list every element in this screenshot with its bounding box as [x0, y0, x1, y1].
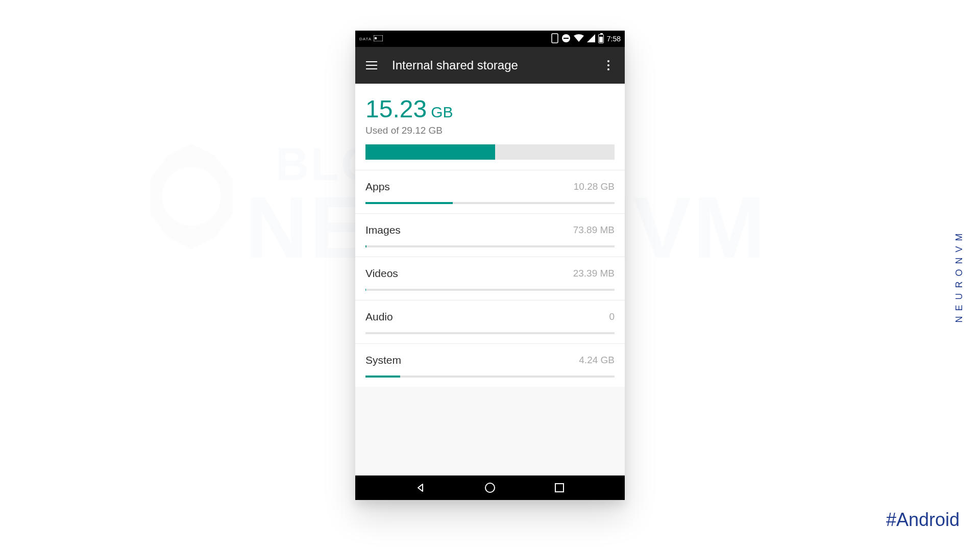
- home-icon: [484, 482, 496, 494]
- category-label: Images: [365, 224, 401, 236]
- category-value: 73.89 MB: [573, 224, 615, 236]
- brand-vertical-label: NEURONVM: [954, 228, 965, 322]
- status-bar: DATA 7:58: [355, 31, 625, 47]
- nav-back-button[interactable]: [408, 475, 433, 500]
- storage-summary: 15.23 GB Used of 29.12 GB: [355, 84, 625, 170]
- content-scroll[interactable]: 15.23 GB Used of 29.12 GB Apps 10.28 GB …: [355, 84, 625, 475]
- category-bar: [365, 332, 615, 334]
- usage-bar: [365, 144, 615, 160]
- category-value: 0: [609, 311, 615, 322]
- status-time: 7:58: [607, 35, 621, 43]
- signal-icon: [587, 34, 595, 44]
- used-caption: Used of 29.12 GB: [365, 125, 615, 136]
- card-icon: [374, 35, 383, 43]
- category-label: Apps: [365, 181, 390, 193]
- app-bar: Internal shared storage: [355, 47, 625, 84]
- wifi-icon: [574, 34, 584, 44]
- svg-rect-5: [564, 38, 569, 39]
- portrait-lock-icon: [551, 33, 558, 45]
- overflow-button[interactable]: [596, 53, 621, 78]
- category-value: 23.39 MB: [573, 268, 615, 279]
- svg-rect-7: [555, 484, 564, 492]
- category-label: Videos: [365, 267, 398, 280]
- recent-icon: [554, 483, 565, 493]
- category-audio[interactable]: Audio 0: [355, 300, 625, 343]
- category-bar: [365, 375, 615, 378]
- used-amount: 15.23 GB: [365, 95, 453, 123]
- back-icon: [415, 482, 426, 493]
- category-bar: [365, 245, 615, 247]
- overflow-dots-icon: [607, 60, 609, 62]
- watermark-logo: [133, 138, 250, 255]
- svg-point-6: [485, 483, 495, 492]
- nav-recent-button[interactable]: [547, 475, 572, 500]
- category-bar: [365, 289, 615, 291]
- battery-icon: [598, 34, 604, 43]
- data-indicator: DATA: [359, 37, 372, 41]
- hashtag-label: #Android: [886, 509, 960, 531]
- category-videos[interactable]: Videos 23.39 MB: [355, 257, 625, 300]
- category-apps[interactable]: Apps 10.28 GB: [355, 170, 625, 213]
- category-label: System: [365, 354, 401, 366]
- used-unit: GB: [431, 104, 453, 121]
- category-label: Audio: [365, 311, 393, 323]
- svg-point-0: [162, 167, 221, 226]
- hamburger-icon: [366, 65, 377, 66]
- nav-home-button[interactable]: [478, 475, 502, 500]
- dnd-icon: [561, 34, 571, 44]
- menu-button[interactable]: [359, 53, 384, 78]
- svg-rect-3: [552, 34, 558, 43]
- nav-bar: [355, 475, 625, 500]
- phone-frame: DATA 7:58 Internal shared: [355, 31, 625, 500]
- category-value: 4.24 GB: [579, 355, 615, 366]
- app-title: Internal shared storage: [392, 58, 596, 72]
- category-value: 10.28 GB: [574, 181, 615, 192]
- category-bar: [365, 202, 615, 204]
- svg-rect-2: [375, 37, 377, 39]
- category-images[interactable]: Images 73.89 MB: [355, 213, 625, 257]
- category-system[interactable]: System 4.24 GB: [355, 343, 625, 387]
- usage-bar-fill: [365, 144, 495, 160]
- used-value: 15.23: [365, 95, 427, 123]
